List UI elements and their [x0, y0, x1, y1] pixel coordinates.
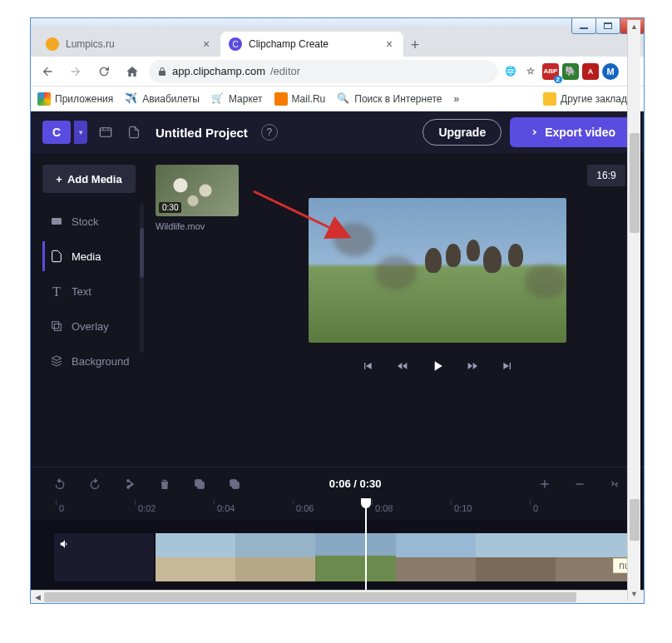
- audio-track-header[interactable]: [54, 533, 154, 581]
- timeline-clip[interactable]: [476, 533, 556, 581]
- sidebar-item-media[interactable]: Media: [42, 241, 142, 271]
- media-panel: 0:30 Wildlife.mov: [147, 153, 247, 467]
- speaker-icon: [59, 538, 71, 550]
- sidebar-item-text[interactable]: TText: [42, 276, 142, 306]
- timeline-toolbar: 0:06 / 0:30: [31, 467, 644, 500]
- window-minimize-button[interactable]: [571, 17, 596, 34]
- tab-lumpics[interactable]: Lumpics.ru ×: [37, 32, 220, 57]
- nav-back-button[interactable]: [36, 60, 59, 83]
- evernote-extension-icon[interactable]: 🐘: [562, 63, 579, 80]
- bookmark-apps[interactable]: Приложения: [37, 92, 113, 106]
- bookmark-market[interactable]: 🛒Маркет: [211, 92, 263, 106]
- profile-avatar[interactable]: M: [602, 63, 619, 80]
- timeline-clip[interactable]: [556, 533, 635, 581]
- timeline-tracks[interactable]: [31, 520, 644, 590]
- timeline-timecode: 0:06 / 0:30: [329, 477, 382, 490]
- redo-button[interactable]: [86, 477, 104, 491]
- delete-button[interactable]: [156, 477, 174, 491]
- new-tab-button[interactable]: +: [403, 33, 427, 57]
- timeline-ruler[interactable]: 0 0:02 0:04 0:06 0:08 0:10 0: [31, 500, 644, 520]
- text-icon: T: [50, 284, 63, 298]
- paste-button[interactable]: [225, 477, 244, 491]
- tab-title: Lumpics.ru: [66, 38, 200, 50]
- document-icon[interactable]: [124, 126, 144, 139]
- timeline-clip[interactable]: [235, 533, 315, 581]
- copy-button[interactable]: [190, 477, 209, 491]
- adblock-badge: 2: [554, 76, 562, 83]
- scroll-thumb[interactable]: [630, 133, 640, 233]
- nav-reload-button[interactable]: [92, 60, 116, 83]
- translate-extension-icon[interactable]: 🌐: [502, 63, 519, 80]
- sidebar-item-background[interactable]: Background: [42, 346, 142, 376]
- app-logo[interactable]: C: [42, 121, 71, 144]
- url-path: /editor: [270, 65, 300, 77]
- url-input[interactable]: app.clipchamp.com/editor: [149, 60, 497, 83]
- bookmark-mailru[interactable]: Mail.Ru: [274, 92, 326, 106]
- bookmark-more[interactable]: »: [453, 93, 459, 105]
- close-tab-icon[interactable]: ×: [383, 38, 395, 50]
- window-titlebar[interactable]: [31, 18, 644, 27]
- background-icon: [50, 354, 63, 368]
- rewind-button[interactable]: [394, 358, 411, 374]
- close-tab-icon[interactable]: ×: [200, 38, 212, 50]
- timeline-clip[interactable]: [156, 533, 235, 581]
- bookmark-star-icon[interactable]: ☆: [522, 63, 539, 80]
- address-bar-row: app.clipchamp.com/editor 🌐 ☆ ABP2 🐘 A M …: [31, 57, 644, 87]
- help-icon[interactable]: ?: [261, 124, 278, 141]
- split-button[interactable]: [121, 477, 139, 491]
- scroll-down-arrow[interactable]: ▼: [628, 587, 640, 601]
- scroll-thumb[interactable]: [44, 592, 576, 602]
- url-host: app.clipchamp.com: [172, 65, 265, 77]
- sidebar-item-stock[interactable]: Stock: [42, 206, 142, 236]
- undo-button[interactable]: [51, 477, 69, 491]
- timeline-clip[interactable]: [315, 533, 395, 581]
- zoom-out-button[interactable]: [571, 477, 589, 491]
- nav-home-button[interactable]: [121, 60, 144, 83]
- zoom-fit-button[interactable]: [605, 477, 624, 491]
- project-title[interactable]: Untitled Project: [156, 126, 248, 140]
- app-logo-dropdown[interactable]: ▾: [74, 121, 87, 144]
- market-icon: 🛒: [211, 92, 225, 106]
- svg-rect-5: [52, 322, 59, 329]
- zoom-in-button[interactable]: [536, 477, 554, 491]
- bookmark-aviabilety[interactable]: ✈️Авиабилеты: [125, 92, 200, 106]
- favicon-clipchamp: C: [229, 37, 242, 51]
- horizontal-scrollbar[interactable]: ◀ ▶: [31, 590, 644, 603]
- playback-controls: [359, 358, 516, 374]
- pdf-extension-icon[interactable]: A: [582, 63, 599, 80]
- svg-rect-6: [54, 324, 61, 330]
- bookmark-search[interactable]: 🔍Поиск в Интернете: [337, 92, 442, 106]
- nav-forward-button[interactable]: [64, 60, 87, 83]
- preview-stage: 16:9: [247, 153, 644, 467]
- clip-duration-badge: 0:30: [159, 202, 181, 213]
- arrow-right-icon: [526, 126, 538, 138]
- scroll-thumb[interactable]: [630, 499, 640, 541]
- video-icon[interactable]: [96, 125, 116, 140]
- window-maximize-button[interactable]: [595, 17, 620, 34]
- upgrade-button[interactable]: Upgrade: [422, 119, 502, 146]
- play-button[interactable]: [429, 358, 446, 374]
- export-video-button[interactable]: Export video: [510, 117, 632, 147]
- fast-forward-button[interactable]: [464, 358, 481, 374]
- page-vertical-scrollbar[interactable]: ▲ ▼: [627, 20, 640, 601]
- sidebar-scrollbar[interactable]: [140, 203, 144, 353]
- clipchamp-app: C ▾ Untitled Project ? Upgrade Export vi…: [31, 111, 644, 590]
- browser-tabs: Lumpics.ru × C Clipchamp Create × +: [31, 27, 644, 57]
- video-track-clips[interactable]: [156, 533, 635, 581]
- skip-start-button[interactable]: [359, 358, 376, 374]
- tab-clipchamp[interactable]: C Clipchamp Create ×: [220, 32, 403, 57]
- aspect-ratio-button[interactable]: 16:9: [587, 165, 625, 186]
- playhead[interactable]: [365, 498, 367, 590]
- browser-window: Lumpics.ru × C Clipchamp Create × + app.…: [30, 17, 645, 604]
- media-clip-thumbnail[interactable]: 0:30: [156, 165, 239, 216]
- skip-end-button[interactable]: [499, 358, 516, 374]
- scroll-left-arrow[interactable]: ◀: [31, 591, 44, 604]
- timeline-clip[interactable]: [396, 533, 476, 581]
- add-media-button[interactable]: +Add Media: [42, 165, 136, 193]
- video-preview[interactable]: [309, 198, 566, 343]
- scroll-up-arrow[interactable]: ▲: [628, 20, 640, 33]
- plus-icon: +: [56, 173, 62, 185]
- bookmark-other[interactable]: Другие закладки: [543, 92, 637, 106]
- sidebar-item-overlay[interactable]: Overlay: [42, 311, 142, 341]
- adblock-extension-icon[interactable]: ABP2: [542, 63, 559, 80]
